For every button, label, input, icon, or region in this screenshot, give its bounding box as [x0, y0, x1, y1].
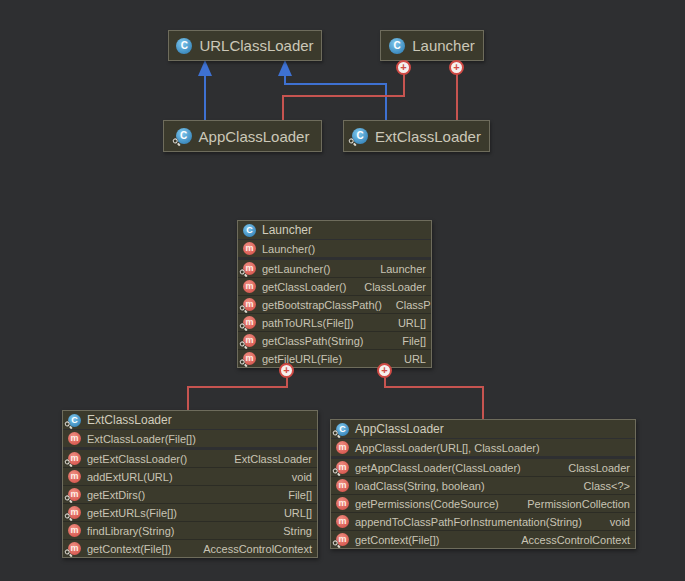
class-detail-node-appclassloader[interactable]: C AppClassLoader m AppClassLoader(URL[],…: [330, 419, 636, 549]
method-row[interactable]: m getExtClassLoader() ExtClassLoader: [63, 450, 317, 467]
inner-class-anchor-icon: +: [377, 363, 392, 378]
method-row[interactable]: m appendToClassPathForInstrumentation(St…: [331, 512, 635, 530]
method-name: getClassPath(String): [262, 335, 364, 347]
edge-line[interactable]: [482, 386, 484, 419]
method-return-type: URL[]: [390, 317, 426, 329]
method-icon: m: [243, 352, 256, 365]
method-icon: m: [68, 452, 81, 465]
method-return-type: AccessControlContext: [195, 543, 312, 555]
method-name: getLauncher(): [262, 263, 331, 275]
class-detail-node-extclassloader[interactable]: C ExtClassLoader m ExtClassLoader(File[]…: [62, 410, 318, 558]
class-title: ExtClassLoader: [87, 413, 172, 427]
method-row[interactable]: m getContext(File[]) AccessControlContex…: [331, 530, 635, 548]
inheritance-arrow-icon: [198, 60, 212, 76]
method-icon: m: [68, 432, 81, 445]
method-name: findLibrary(String): [87, 525, 174, 537]
method-return-type: ExtClassLoader: [226, 453, 312, 465]
method-name: getAppClassLoader(ClassLoader): [355, 462, 521, 474]
class-icon: C: [176, 128, 192, 144]
class-node-extclassloader[interactable]: C ExtClassLoader: [343, 120, 490, 152]
inner-class-anchor-icon: +: [396, 60, 411, 75]
method-return-type: Launcher: [372, 263, 426, 275]
method-name: getPermissions(CodeSource): [355, 498, 499, 510]
method-row[interactable]: m getExtURLs(File[]) URL[]: [63, 503, 317, 521]
edge-line[interactable]: [284, 83, 387, 85]
class-node-label: URLClassLoader: [199, 37, 313, 54]
method-return-type: ClassPath: [388, 299, 431, 311]
method-row[interactable]: m getPermissions(CodeSource) PermissionC…: [331, 494, 635, 512]
class-node-label: Launcher: [412, 37, 475, 54]
class-icon: C: [243, 224, 256, 237]
edge-line[interactable]: [187, 386, 287, 388]
method-return-type: File[]: [280, 489, 312, 501]
method-return-type: URL[]: [276, 507, 312, 519]
methods-section: m getLauncher() Launcher m getClassLoade…: [238, 260, 431, 367]
method-row[interactable]: m addExtURL(URL) void: [63, 467, 317, 485]
class-icon: C: [389, 38, 405, 54]
inheritance-arrow-icon: [278, 60, 292, 76]
method-row[interactable]: m getClassLoader() ClassLoader: [238, 277, 431, 295]
edge-line[interactable]: [456, 74, 458, 120]
method-name: getExtURLs(File[]): [87, 507, 177, 519]
method-icon: m: [336, 479, 349, 492]
method-row[interactable]: m getBootstrapClassPath() ClassPath: [238, 295, 431, 313]
edge-line[interactable]: [204, 76, 206, 120]
method-name: getFileURL(File): [262, 353, 342, 365]
constructor-name: AppClassLoader(URL[], ClassLoader): [355, 442, 540, 454]
method-name: getClassLoader(): [262, 281, 346, 293]
method-row[interactable]: m getExtDirs() File[]: [63, 485, 317, 503]
method-row[interactable]: m getClassPath(String) File[]: [238, 331, 431, 349]
method-icon: m: [68, 542, 81, 555]
uml-diagram-canvas[interactable]: + + C URLClassLoader C Launcher C AppCla…: [0, 0, 685, 581]
method-return-type: Class<?>: [576, 480, 630, 492]
class-detail-node-launcher[interactable]: C Launcher m Launcher() m getLauncher() …: [237, 220, 432, 368]
class-node-header[interactable]: C ExtClassLoader: [63, 411, 317, 429]
constructor-row[interactable]: m AppClassLoader(URL[], ClassLoader): [331, 439, 635, 456]
method-icon: m: [68, 488, 81, 501]
method-return-type: ClassLoader: [560, 462, 630, 474]
constructor-row[interactable]: m Launcher(): [238, 240, 431, 257]
edge-line[interactable]: [187, 386, 189, 410]
method-row[interactable]: m getLauncher() Launcher: [238, 260, 431, 277]
method-icon: m: [336, 515, 349, 528]
method-icon: m: [68, 524, 81, 537]
class-node-urlclassloader[interactable]: C URLClassLoader: [168, 30, 322, 61]
edge-line[interactable]: [282, 95, 284, 120]
method-icon: m: [336, 497, 349, 510]
constructor-row[interactable]: m ExtClassLoader(File[]): [63, 430, 317, 447]
method-return-type: ClassLoader: [356, 281, 426, 293]
class-node-header[interactable]: C AppClassLoader: [331, 420, 635, 438]
method-icon: m: [243, 242, 256, 255]
method-icon: m: [68, 470, 81, 483]
edge-line[interactable]: [284, 76, 286, 85]
method-return-type: void: [284, 471, 312, 483]
method-return-type: AccessControlContext: [513, 534, 630, 546]
method-name: getContext(File[]): [355, 534, 439, 546]
method-icon: m: [336, 533, 349, 546]
method-row[interactable]: m getAppClassLoader(ClassLoader) ClassLo…: [331, 459, 635, 476]
inner-class-anchor-icon: +: [279, 363, 294, 378]
method-icon: m: [243, 280, 256, 293]
method-return-type: File[]: [394, 335, 426, 347]
method-row[interactable]: m pathToURLs(File[]) URL[]: [238, 313, 431, 331]
method-icon: m: [243, 316, 256, 329]
edge-line[interactable]: [403, 74, 405, 96]
methods-section: m getAppClassLoader(ClassLoader) ClassLo…: [331, 459, 635, 548]
edge-line[interactable]: [384, 386, 484, 388]
method-row[interactable]: m getContext(File[]) AccessControlContex…: [63, 539, 317, 557]
class-node-appclassloader[interactable]: C AppClassLoader: [163, 120, 322, 152]
constructor-name: ExtClassLoader(File[]): [87, 433, 196, 445]
method-row[interactable]: m loadClass(String, boolean) Class<?>: [331, 476, 635, 494]
method-icon: m: [243, 262, 256, 275]
edge-line[interactable]: [282, 95, 405, 97]
method-row[interactable]: m getFileURL(File) URL: [238, 349, 431, 367]
class-node-launcher[interactable]: C Launcher: [380, 30, 484, 61]
method-icon: m: [243, 334, 256, 347]
constructor-section: m AppClassLoader(URL[], ClassLoader): [331, 439, 635, 456]
method-name: getBootstrapClassPath(): [262, 299, 382, 311]
class-node-header[interactable]: C Launcher: [238, 221, 431, 239]
constructor-section: m ExtClassLoader(File[]): [63, 430, 317, 447]
class-icon: C: [352, 128, 368, 144]
edge-line[interactable]: [385, 83, 387, 120]
method-row[interactable]: m findLibrary(String) String: [63, 521, 317, 539]
